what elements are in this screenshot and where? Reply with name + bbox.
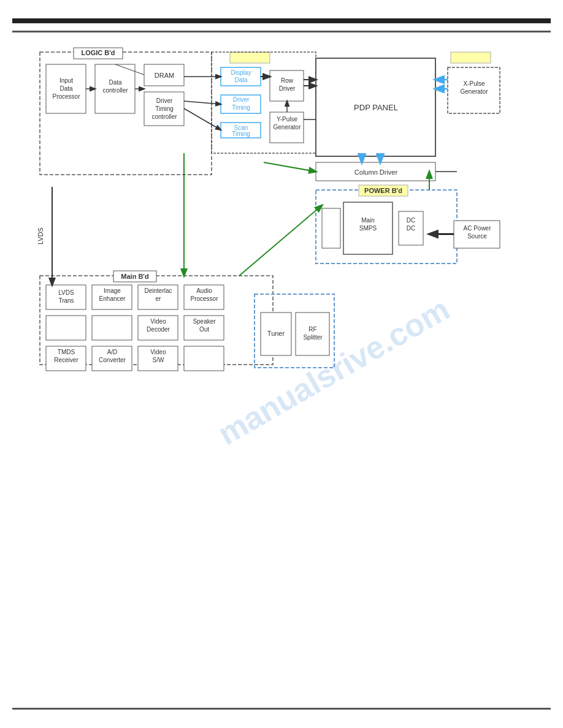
svg-text:controller: controller — [102, 87, 128, 94]
svg-text:Converter: Converter — [99, 357, 126, 363]
svg-text:Video: Video — [150, 349, 166, 355]
svg-text:Speaker: Speaker — [193, 318, 216, 325]
svg-text:Processor: Processor — [190, 295, 218, 302]
svg-text:TMDS: TMDS — [58, 349, 75, 355]
svg-text:Processor: Processor — [52, 93, 80, 100]
svg-rect-68 — [92, 316, 132, 340]
svg-text:Data: Data — [234, 77, 248, 83]
svg-text:controller: controller — [151, 113, 177, 120]
svg-text:X-Pulse: X-Pulse — [463, 80, 484, 87]
svg-text:Video: Video — [150, 318, 166, 325]
svg-rect-14 — [230, 52, 270, 63]
svg-text:AC Power: AC Power — [463, 225, 491, 232]
svg-text:Data: Data — [109, 79, 122, 86]
svg-text:LVDS: LVDS — [37, 227, 44, 245]
svg-line-106 — [239, 205, 322, 276]
svg-text:Driver: Driver — [156, 97, 173, 104]
svg-text:Audio: Audio — [196, 287, 212, 294]
svg-line-105 — [264, 162, 316, 172]
svg-text:Timing: Timing — [232, 131, 250, 137]
svg-text:Decoder: Decoder — [147, 326, 170, 333]
svg-text:Data: Data — [59, 85, 73, 92]
svg-text:Splitter: Splitter — [303, 334, 323, 341]
svg-rect-33 — [451, 52, 491, 63]
svg-text:Generator: Generator — [460, 88, 488, 95]
svg-line-111 — [184, 108, 221, 130]
svg-text:S/W: S/W — [153, 357, 164, 363]
logic-bd-label: LOGIC B'd — [81, 49, 115, 56]
svg-text:Driver: Driver — [279, 85, 296, 92]
svg-line-113 — [184, 101, 221, 104]
svg-text:PDP PANEL: PDP PANEL — [354, 103, 398, 112]
svg-text:DRAM: DRAM — [155, 72, 174, 79]
svg-text:Main: Main — [361, 217, 375, 224]
svg-text:A/D: A/D — [107, 349, 118, 355]
svg-text:er: er — [156, 295, 162, 302]
svg-rect-67 — [46, 316, 86, 340]
top-bar-thin — [12, 31, 551, 32]
svg-text:Receiver: Receiver — [54, 357, 79, 363]
svg-rect-48 — [322, 208, 340, 248]
svg-text:Y-Pulse: Y-Pulse — [277, 116, 298, 123]
svg-text:Timing: Timing — [155, 105, 174, 112]
svg-text:DC: DC — [407, 225, 415, 232]
page-container: manualsrive.com LOGIC B'd Input Data Pro… — [0, 0, 563, 728]
svg-text:LVDS: LVDS — [58, 289, 74, 296]
svg-text:Display: Display — [231, 69, 251, 76]
svg-text:Input: Input — [59, 77, 73, 84]
svg-rect-84 — [184, 346, 224, 371]
svg-text:DC: DC — [407, 217, 415, 224]
svg-text:RF: RF — [308, 326, 316, 333]
svg-text:Deinterlac: Deinterlac — [144, 287, 172, 294]
svg-text:Main B'd: Main B'd — [121, 273, 148, 280]
top-bar-thick — [12, 18, 551, 23]
diagram-svg: LOGIC B'd Input Data Processor Data cont… — [12, 40, 551, 714]
svg-text:Enhancer: Enhancer — [99, 295, 126, 302]
svg-text:Timing: Timing — [232, 104, 250, 111]
svg-text:Column Driver: Column Driver — [354, 169, 398, 176]
svg-text:Generator: Generator — [273, 124, 301, 131]
svg-text:Driver: Driver — [233, 96, 250, 103]
svg-text:Source: Source — [467, 233, 487, 240]
svg-text:POWER B'd: POWER B'd — [364, 187, 402, 194]
svg-text:Tuner: Tuner — [267, 330, 285, 337]
svg-text:Out: Out — [199, 326, 209, 333]
svg-text:Row: Row — [281, 77, 294, 84]
svg-text:Image: Image — [104, 287, 121, 294]
svg-text:SMPS: SMPS — [359, 225, 377, 232]
svg-text:Trans: Trans — [58, 297, 74, 304]
